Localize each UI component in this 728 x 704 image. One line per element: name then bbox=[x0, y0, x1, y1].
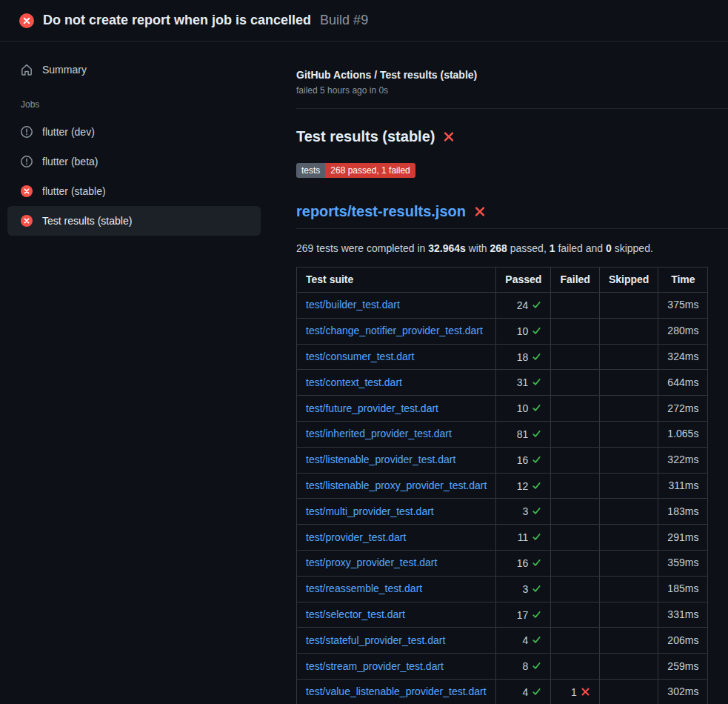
time-cell: 359ms bbox=[658, 550, 708, 576]
table-row: test/inherited_provider_test.dart811.065… bbox=[297, 421, 708, 447]
table-row: test/context_test.dart31644ms bbox=[297, 370, 708, 396]
table-row: test/multi_provider_test.dart3183ms bbox=[297, 499, 708, 525]
table-row: test/change_notifier_provider_test.dart1… bbox=[297, 318, 708, 344]
results-table: Test suite Passed Failed Skipped Time te… bbox=[296, 267, 708, 704]
test-suite-link[interactable]: test/inherited_provider_test.dart bbox=[306, 428, 452, 439]
sidebar-item-label: flutter (dev) bbox=[42, 126, 95, 138]
alert-circle-icon bbox=[21, 126, 33, 138]
time-cell: 185ms bbox=[658, 576, 708, 602]
table-row: test/listenable_proxy_provider_test.dart… bbox=[297, 473, 708, 499]
check-run-header: Do not create report when job is cancell… bbox=[0, 0, 728, 41]
test-suite-link[interactable]: test/listenable_provider_test.dart bbox=[306, 454, 455, 465]
table-row: test/listenable_provider_test.dart16322m… bbox=[297, 447, 708, 473]
table-row: test/builder_test.dart24375ms bbox=[297, 293, 708, 319]
report-heading: reports/test-results.json bbox=[296, 203, 728, 229]
sidebar-item-flutter-dev[interactable]: flutter (dev) bbox=[7, 117, 261, 147]
failed-x-icon bbox=[474, 206, 486, 218]
time-cell: 206ms bbox=[658, 628, 708, 654]
column-header-passed: Passed bbox=[496, 268, 551, 293]
build-number: Build #9 bbox=[320, 13, 368, 28]
test-suite-link[interactable]: test/change_notifier_provider_test.dart bbox=[306, 325, 483, 336]
check-icon bbox=[532, 661, 541, 671]
test-suite-link[interactable]: test/proxy_provider_test.dart bbox=[306, 557, 437, 568]
check-icon bbox=[532, 455, 541, 465]
x-circle-icon bbox=[21, 185, 33, 197]
time-cell: 272ms bbox=[658, 396, 708, 422]
time-cell: 331ms bbox=[658, 602, 708, 628]
time-cell: 302ms bbox=[658, 679, 708, 704]
divider bbox=[296, 108, 728, 109]
check-icon bbox=[532, 532, 541, 542]
test-suite-link[interactable]: test/consumer_test.dart bbox=[306, 351, 414, 362]
sidebar-item-summary[interactable]: Summary bbox=[7, 59, 261, 80]
test-suite-link[interactable]: test/reassemble_test.dart bbox=[306, 582, 422, 594]
main-content: GitHub Actions / Test results (stable) f… bbox=[289, 41, 728, 704]
test-suite-link[interactable]: test/builder_test.dart bbox=[306, 299, 400, 311]
jobs-sidebar: Summary Jobs flutter (dev)flutter (beta)… bbox=[0, 41, 289, 236]
table-row: test/stream_provider_test.dart8259ms bbox=[297, 654, 708, 680]
sidebar-item-label: Test results (stable) bbox=[42, 215, 132, 227]
failed-x-icon bbox=[443, 131, 455, 143]
test-suite-link[interactable]: test/multi_provider_test.dart bbox=[306, 505, 434, 517]
time-cell: 291ms bbox=[658, 525, 708, 551]
x-icon bbox=[581, 687, 590, 697]
test-suite-link[interactable]: test/context_test.dart bbox=[306, 376, 402, 388]
check-icon bbox=[532, 300, 541, 310]
table-row: test/stateful_provider_test.dart4206ms bbox=[297, 628, 708, 654]
time-cell: 259ms bbox=[658, 654, 708, 680]
sidebar-item-label: flutter (beta) bbox=[42, 156, 98, 167]
table-row: test/future_provider_test.dart10272ms bbox=[297, 396, 708, 422]
table-row: test/selector_test.dart17331ms bbox=[297, 602, 708, 628]
report-file-link[interactable]: reports/test-results.json bbox=[296, 203, 466, 220]
check-icon bbox=[532, 558, 541, 568]
column-header-test-suite: Test suite bbox=[297, 268, 496, 293]
test-suite-link[interactable]: test/stream_provider_test.dart bbox=[306, 660, 444, 672]
results-table-body: test/builder_test.dart24375mstest/change… bbox=[297, 293, 708, 704]
run-status-text: failed 5 hours ago in 0s bbox=[296, 85, 728, 96]
check-icon bbox=[532, 584, 541, 594]
home-icon bbox=[21, 64, 33, 76]
sidebar-item-flutter-beta[interactable]: flutter (beta) bbox=[7, 147, 261, 176]
test-suite-link[interactable]: test/listenable_proxy_provider_test.dart bbox=[306, 479, 487, 491]
check-icon bbox=[532, 610, 541, 620]
table-row: test/value_listenable_provider_test.dart… bbox=[297, 679, 708, 704]
x-circle-fill-icon bbox=[19, 13, 34, 28]
breadcrumb: GitHub Actions / Test results (stable) bbox=[296, 69, 728, 81]
test-suite-link[interactable]: test/stateful_provider_test.dart bbox=[306, 634, 445, 646]
check-title: Test results (stable) bbox=[296, 128, 728, 145]
x-circle-icon bbox=[21, 215, 33, 227]
test-suite-link[interactable]: test/value_listenable_provider_test.dart bbox=[306, 685, 487, 697]
tests-badge: tests 268 passed, 1 failed bbox=[296, 163, 415, 178]
badge-value: 268 passed, 1 failed bbox=[325, 163, 415, 178]
sidebar-item-label: flutter (stable) bbox=[42, 185, 106, 197]
app: Do not create report when job is cancell… bbox=[0, 0, 728, 704]
jobs-list: flutter (dev)flutter (beta)flutter (stab… bbox=[7, 117, 261, 236]
test-suite-link[interactable]: test/future_provider_test.dart bbox=[306, 402, 438, 414]
check-icon bbox=[532, 326, 541, 336]
check-icon bbox=[532, 635, 541, 645]
time-cell: 324ms bbox=[658, 344, 708, 370]
column-header-failed: Failed bbox=[551, 268, 599, 293]
table-row: test/provider_test.dart11291ms bbox=[297, 525, 708, 551]
sidebar-item-flutter-stable[interactable]: flutter (stable) bbox=[7, 176, 261, 206]
check-icon bbox=[532, 377, 541, 387]
sidebar-item-label: Summary bbox=[42, 64, 87, 76]
check-icon bbox=[532, 403, 541, 413]
check-title-text: Test results (stable) bbox=[296, 128, 435, 145]
check-icon bbox=[532, 687, 541, 697]
check-icon bbox=[532, 429, 541, 439]
time-cell: 322ms bbox=[658, 447, 708, 473]
check-icon bbox=[532, 506, 541, 516]
test-suite-link[interactable]: test/provider_test.dart bbox=[306, 531, 406, 543]
column-header-time: Time bbox=[658, 268, 708, 293]
test-suite-link[interactable]: test/selector_test.dart bbox=[306, 608, 405, 620]
jobs-section-label: Jobs bbox=[21, 99, 261, 110]
check-icon bbox=[532, 352, 541, 362]
sidebar-item-test-results-stable[interactable]: Test results (stable) bbox=[7, 206, 261, 236]
time-cell: 644ms bbox=[658, 370, 708, 396]
summary-text: 269 tests were completed in 32.964s with… bbox=[296, 241, 728, 256]
time-cell: 280ms bbox=[658, 318, 708, 344]
badge-label: tests bbox=[296, 163, 325, 178]
page-title: Do not create report when job is cancell… bbox=[43, 13, 311, 28]
table-row: test/proxy_provider_test.dart16359ms bbox=[297, 550, 708, 576]
